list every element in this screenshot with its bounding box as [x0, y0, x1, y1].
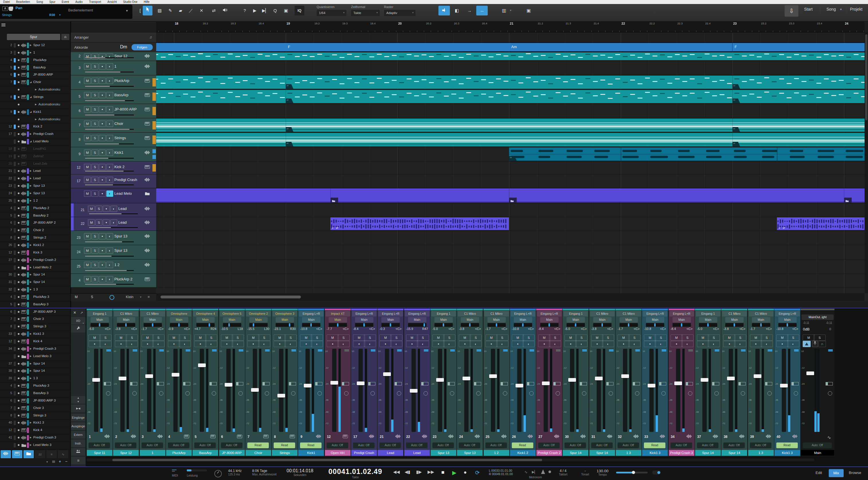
track-header[interactable]: 4MS●◐PluckArp 2 [71, 274, 156, 288]
track-list-item[interactable]: 4PluckArp 3 [0, 293, 70, 301]
fader-track[interactable] [702, 349, 707, 432]
automation-mode-button[interactable]: Read [247, 443, 269, 448]
track-columns-icon[interactable]: ▥ [499, 6, 509, 15]
sends-knob-icon[interactable] [450, 391, 454, 395]
mixer-channel[interactable]: C1 MikroMain-3.8<C>MS●◐10-12-24-36-48-72… [113, 309, 139, 456]
track-list-item[interactable]: 20Lead Zeb [0, 160, 70, 168]
channel-name-label[interactable]: JP-8000 ARP [219, 450, 245, 456]
automation-mode-button[interactable]: Auto: Off [168, 443, 189, 448]
channel-input-label[interactable]: Omnisphere 3 [273, 311, 297, 317]
pan-handle[interactable] [549, 323, 550, 326]
chord-segment[interactable]: Am [509, 43, 733, 51]
fader-handle[interactable] [780, 384, 788, 387]
fader-track[interactable] [649, 349, 654, 432]
mute-button[interactable]: M [274, 334, 286, 341]
fader-handle[interactable] [225, 383, 232, 387]
fader-handle[interactable] [436, 378, 444, 382]
arranger-lane[interactable] [156, 33, 865, 43]
mute-button[interactable]: M [84, 63, 91, 70]
fader-handle[interactable] [516, 384, 523, 387]
fader-track[interactable] [729, 349, 733, 432]
solo-button[interactable]: S [91, 177, 98, 183]
nav-start-button[interactable]: Start [804, 7, 813, 11]
channel-input-label[interactable]: C1 Mikro [590, 311, 615, 317]
pan-value[interactable]: L30 [264, 327, 269, 330]
volume-value[interactable]: -15.9 [406, 327, 413, 330]
track-header[interactable]: 6MS●◐JP-8000 ARP [71, 104, 156, 118]
pan-slider[interactable] [514, 323, 532, 327]
mixer-channel[interactable]: C1 MikroMain-1.7<C>MS●◐10-12-24-36-48-72… [484, 309, 509, 456]
track-header[interactable]: 3MS●◐1 [71, 61, 156, 75]
quantize-select[interactable]: 1/64▼ [317, 10, 346, 16]
record-arm-button[interactable]: ● [300, 341, 312, 347]
track-volume-line[interactable] [89, 227, 138, 228]
split-tool[interactable]: ／ [186, 6, 196, 15]
pan-value[interactable]: <C> [158, 327, 164, 330]
pan-slider[interactable] [249, 323, 268, 327]
stop-button[interactable]: ■ [441, 470, 444, 475]
track-list-item[interactable]: ◢Lead Melo [0, 138, 70, 146]
mixscroll-handle[interactable] [112, 459, 542, 461]
pan-handle[interactable] [152, 323, 153, 326]
snap-edge-icon[interactable]: ◧ [451, 6, 463, 15]
zoom-controls[interactable] [865, 293, 868, 301]
volume-value[interactable]: -5.0 [697, 327, 702, 330]
track-list-item[interactable]: 5BassArp 2 [0, 212, 70, 220]
insert-slot-icon[interactable] [768, 349, 772, 353]
loop-range-display[interactable]: L 00033.01.01.00 R 00049.01.01.00 [489, 469, 513, 476]
chord-segment[interactable]: F [286, 43, 509, 51]
channel-output-label[interactable]: Main [381, 317, 400, 322]
insert-slot-icon[interactable] [106, 349, 111, 353]
quantize-button[interactable]: Q [270, 6, 280, 15]
track-list-item[interactable]: 33▶Kick1 3 [0, 330, 70, 338]
volume-value[interactable]: +4.7 [194, 327, 200, 330]
arrange-grid[interactable]: ♪♪♪♪♪♪♪♪♪♪♪♪♪♪♪♪♪♪o⇄o⇄ [156, 52, 865, 293]
channel-name-label[interactable]: Spur 13 [457, 450, 483, 456]
headphone-icon[interactable]: ∩ [818, 341, 826, 347]
mute-button[interactable]: M [84, 150, 91, 156]
channel-name-label[interactable]: 1 2 [484, 450, 509, 456]
channel-name-label[interactable]: Spur 14 [563, 450, 588, 456]
parameter-panel[interactable]: A Pan Strings R30 ▼ Bedienelement ▼ [0, 5, 132, 19]
mute-button[interactable]: M [538, 334, 550, 341]
marquee-tool[interactable]: ▧ [155, 6, 164, 15]
solo-button[interactable]: S [364, 334, 376, 341]
monitor-button[interactable]: ◐ [106, 150, 113, 156]
channel-name-label[interactable]: Open HH [325, 450, 350, 456]
track-volume-line[interactable] [85, 115, 134, 116]
pan-handle[interactable] [734, 323, 735, 326]
insert-slot-icon[interactable] [239, 349, 243, 353]
clip-chords[interactable]: ♪♪♪♪ [156, 119, 865, 132]
pan-handle[interactable] [390, 323, 391, 326]
sends-knob-icon[interactable] [741, 391, 745, 395]
console-tab-extern[interactable]: Extern [71, 431, 85, 439]
channel-output-label[interactable]: Main [302, 317, 320, 322]
key-display[interactable]: -Tonart [580, 469, 591, 476]
insert-slot-icon[interactable] [371, 349, 375, 353]
menu-item-datei[interactable]: Datei [0, 0, 13, 4]
pan-slider[interactable] [593, 323, 612, 327]
sends-knob-icon[interactable] [239, 391, 243, 395]
monitor-button[interactable]: ◐ [106, 121, 113, 127]
sends-knob-icon[interactable] [371, 391, 375, 395]
collapse-arrow-icon[interactable]: ▶ [30, 259, 32, 261]
monitor-button[interactable]: ◐ [470, 341, 482, 347]
record-arm-button[interactable]: ● [512, 341, 524, 347]
autoscroll-icon[interactable]: → [464, 6, 475, 15]
clip-audio[interactable]: o⇄ [331, 217, 509, 230]
solo-button[interactable]: S [91, 233, 98, 239]
nav-song-button[interactable]: Song [827, 7, 836, 11]
track-lane[interactable]: ♪♪♪♪ [156, 75, 865, 90]
pan-slider[interactable] [329, 323, 347, 327]
volume-value[interactable]: -1.7 [142, 327, 147, 330]
channel-output-label[interactable]: Main [778, 317, 797, 322]
monitor-button[interactable]: ◐ [576, 341, 587, 347]
console-tab-ausgänge[interactable]: Ausgänge [71, 422, 85, 430]
solo-button[interactable]: S [258, 334, 270, 341]
pan-value[interactable]: <C> [554, 327, 560, 330]
mute-button[interactable]: M [168, 334, 180, 341]
channel-output-label[interactable]: Main [540, 317, 559, 322]
insert-slot-icon[interactable] [741, 349, 746, 353]
collapse-arrow-icon[interactable]: ▶ [30, 266, 32, 269]
collapse-arrow-icon[interactable]: ▶ [30, 244, 32, 246]
